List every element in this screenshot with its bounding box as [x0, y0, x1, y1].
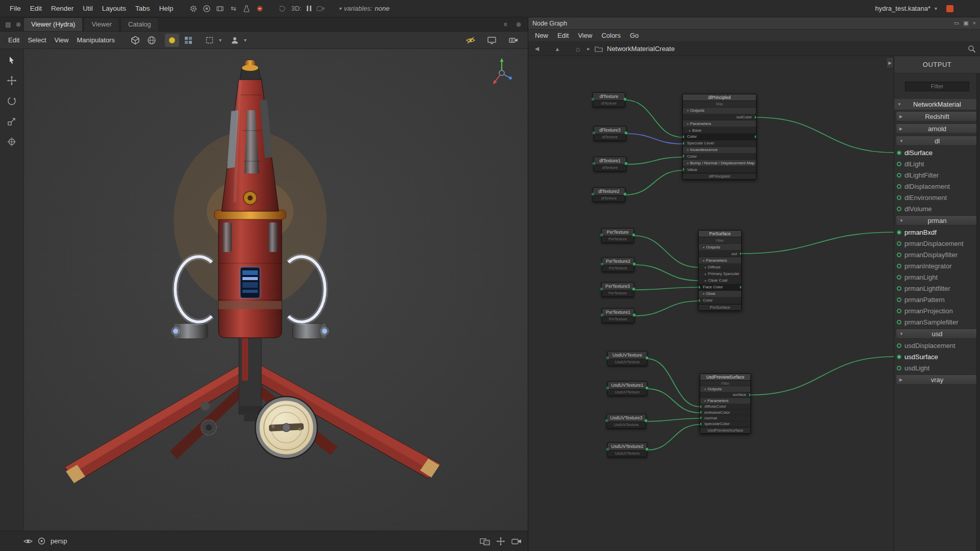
pivot-tool-icon[interactable]: [6, 137, 18, 147]
tree-toggle-icon[interactable]: ▶: [899, 114, 902, 119]
output-group-vray[interactable]: ▶vray: [894, 373, 980, 386]
port-dot[interactable]: [740, 285, 741, 289]
output-item-prmanintegrator[interactable]: prmanIntegrator: [894, 260, 980, 271]
output-port-dot[interactable]: [897, 195, 901, 200]
node-dltexture1[interactable]: dlTexture1dlTexture: [594, 157, 626, 171]
node-row-bump-normal-displacement-map[interactable]: Bump / Normal / Displacement Map: [683, 160, 756, 166]
port-dot[interactable]: [591, 192, 595, 196]
output-group-bar[interactable]: ▼usd: [896, 329, 978, 339]
node-row-parameters[interactable]: Parameters: [699, 257, 741, 264]
menu-util[interactable]: Util: [78, 3, 97, 14]
port-dot[interactable]: [623, 192, 627, 196]
port-dot[interactable]: [754, 115, 756, 119]
port-dot[interactable]: [606, 356, 609, 360]
filename-caret-icon[interactable]: ▾: [935, 6, 937, 11]
node-row-outputs[interactable]: Outputs: [683, 108, 756, 114]
nodegraph-menu-go[interactable]: Go: [625, 31, 643, 40]
tree-toggle-icon[interactable]: ▶: [899, 378, 902, 382]
marquee-select-icon[interactable]: [203, 34, 217, 47]
port-dot[interactable]: [700, 422, 702, 425]
output-item-prmansamplefilter[interactable]: prmanSamplefilter: [894, 316, 980, 328]
output-port-dot[interactable]: [897, 286, 901, 291]
output-port-dot[interactable]: [897, 309, 901, 313]
project-filename[interactable]: hydra_test.katana*: [875, 5, 930, 12]
camera-icon[interactable]: [314, 3, 328, 15]
breadcrumb[interactable]: NetworkMaterialCreate: [607, 45, 675, 53]
output-item-prmanpattern[interactable]: prmanPattern: [894, 294, 980, 305]
menu-render[interactable]: Render: [46, 3, 78, 14]
port-dot[interactable]: [632, 262, 636, 266]
node-row-color[interactable]: Color: [683, 134, 756, 140]
tree-toggle-icon[interactable]: ▼: [899, 139, 903, 143]
viewer-menu-view[interactable]: View: [51, 34, 73, 46]
node-row-outputs[interactable]: Outputs: [699, 244, 741, 251]
output-root-networkmaterial[interactable]: ▼NetworkMaterial: [894, 99, 980, 110]
viewer-menu-manipulators[interactable]: Manipulators: [73, 34, 119, 46]
pane-detach-icon[interactable]: ⊗: [513, 19, 524, 30]
port-dot[interactable]: [600, 262, 604, 266]
visibility-eye-icon[interactable]: [23, 538, 33, 545]
rotate-tool-icon[interactable]: [6, 96, 18, 106]
tree-toggle-icon[interactable]: ▼: [899, 332, 903, 336]
port-dot[interactable]: [740, 252, 741, 256]
node-row-specular-level[interactable]: Specular Level: [683, 140, 756, 147]
pointer-tool-icon[interactable]: [6, 55, 18, 65]
output-port-dot[interactable]: [897, 275, 901, 280]
output-item-dlenvironment[interactable]: dlEnvironment: [894, 192, 980, 203]
port-dot[interactable]: [749, 393, 750, 396]
pause-icon[interactable]: [304, 6, 314, 11]
output-port-dot[interactable]: [897, 162, 901, 166]
port-dot[interactable]: [645, 447, 649, 451]
node-pxrtexture2[interactable]: PxrTexture2PxrTexture: [602, 257, 634, 272]
node-dltexture3[interactable]: dlTexture3dlTexture: [594, 126, 626, 141]
node-row-normal[interactable]: normal: [700, 415, 750, 421]
subject-caret-icon[interactable]: ▾: [244, 37, 247, 43]
search-icon[interactable]: [968, 45, 976, 53]
port-dot[interactable]: [683, 135, 684, 138]
port-dot[interactable]: [700, 405, 702, 408]
node-row-surface[interactable]: surface: [700, 392, 750, 398]
port-dot[interactable]: [632, 287, 635, 291]
output-item-dlvolume[interactable]: dlVolume: [894, 203, 980, 214]
environment-globe-icon[interactable]: [144, 34, 159, 47]
node-row-diffusecolor[interactable]: diffuseColor: [700, 404, 750, 410]
node-pxrtexture1[interactable]: PxrTexture1PxrTexture: [602, 308, 634, 323]
output-port-dot[interactable]: [897, 173, 901, 178]
node-row-out[interactable]: out: [699, 251, 741, 257]
node-row-color[interactable]: Color: [683, 154, 756, 160]
output-port-dot[interactable]: [897, 320, 901, 324]
port-dot[interactable]: [699, 285, 700, 289]
port-dot[interactable]: [632, 233, 635, 237]
node-row-filter[interactable]: Filter: [699, 237, 741, 244]
output-item-dllight[interactable]: dlLight: [894, 158, 980, 169]
node-usduvtexture2[interactable]: UsdUVTexture2UsdUVTexture: [607, 442, 647, 457]
maximize-pane-icon[interactable]: ▣: [963, 20, 968, 27]
marquee-caret-icon[interactable]: ▾: [219, 37, 222, 43]
menu-edit[interactable]: Edit: [26, 3, 46, 14]
node-pxrsurface[interactable]: PxrSurfaceFilterOutputsoutParametersDiff…: [698, 230, 742, 311]
menu-help[interactable]: Help: [155, 3, 178, 14]
node-dlprincipled[interactable]: dlPrincipledMapOutputsoutColorParameters…: [682, 94, 756, 180]
node-row-glow[interactable]: Glow: [699, 291, 741, 297]
error-icon[interactable]: [253, 3, 266, 15]
pane-grid-icon[interactable]: ▤: [3, 19, 13, 30]
viewport-camera-icon[interactable]: [511, 537, 522, 545]
outputs-filter-input[interactable]: [905, 82, 969, 91]
node-row-base[interactable]: Base: [683, 127, 756, 134]
snapshot-icon[interactable]: [276, 3, 289, 15]
output-item-dldisplacement[interactable]: dlDisplacement: [894, 181, 980, 192]
node-row-emissivecolor[interactable]: emissiveColor: [700, 410, 750, 415]
port-dot[interactable]: [700, 411, 702, 414]
output-item-usdsurface[interactable]: usdSurface: [894, 351, 980, 362]
scale-tool-icon[interactable]: [6, 116, 18, 127]
output-group-usd[interactable]: ▼usd: [894, 328, 980, 340]
port-dot[interactable]: [683, 168, 684, 171]
output-port-dot[interactable]: [897, 253, 901, 257]
output-item-usddisplacement[interactable]: usdDisplacement: [894, 340, 980, 351]
node-usduvtexture3[interactable]: UsdUVTexture3UsdUVTexture: [606, 414, 646, 429]
port-dot[interactable]: [683, 141, 684, 145]
sync-icon[interactable]: ⇆: [227, 3, 240, 15]
port-dot[interactable]: [632, 313, 636, 317]
tab-viewer-hydra[interactable]: Viewer (Hydra): [23, 17, 83, 31]
output-item-prmandisplayfilter[interactable]: prmanDisplayfilter: [894, 249, 980, 260]
